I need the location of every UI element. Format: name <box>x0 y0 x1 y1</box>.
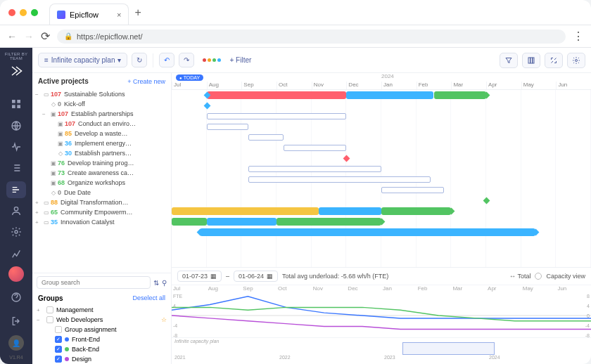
minimize-window[interactable] <box>20 9 27 16</box>
expand-toggle[interactable]: + <box>35 219 42 226</box>
star-icon[interactable]: ☆ <box>161 316 167 323</box>
expand-toggle[interactable]: − <box>42 111 49 117</box>
tree-row[interactable]: ▣85Develop a waste… <box>32 129 171 138</box>
gantt-row[interactable] <box>172 206 591 216</box>
gantt-bar[interactable] <box>381 207 451 215</box>
sort-icon[interactable]: ⇅ <box>153 279 159 287</box>
filter-groups-icon[interactable]: ⚲ <box>162 279 167 287</box>
tree-row[interactable]: ▣36Implement energy… <box>32 138 171 148</box>
nav-chart-icon[interactable] <box>6 245 26 262</box>
forward-button[interactable]: → <box>24 31 34 42</box>
gantt-bar[interactable] <box>277 218 381 226</box>
expand-toggle[interactable]: + <box>35 200 42 206</box>
gantt-bar[interactable] <box>200 228 535 236</box>
gantt-row[interactable] <box>172 100 591 111</box>
gantt-row[interactable] <box>172 216 591 227</box>
nav-user-icon[interactable] <box>6 202 26 219</box>
expand-toggle[interactable]: + <box>37 307 44 313</box>
nav-logout-icon[interactable] <box>6 311 26 331</box>
maximize-window[interactable] <box>31 9 38 16</box>
add-filter-button[interactable]: + Filter <box>229 56 251 64</box>
back-button[interactable]: ← <box>7 31 17 42</box>
milestone-diamond[interactable] <box>343 155 350 162</box>
gantt-bar[interactable] <box>284 145 346 151</box>
gantt-row[interactable] <box>172 174 591 185</box>
gantt-bar[interactable] <box>248 134 284 141</box>
tree-row[interactable]: −▣107Establish partnerships <box>32 109 171 119</box>
browser-menu[interactable]: ⋮ <box>573 30 584 43</box>
load-chart[interactable]: JulAugSepOctNovDecJanFebMarAprMayJun FTE… <box>172 285 591 364</box>
tree-row[interactable]: −▭107Sustainable Solutions <box>32 89 171 99</box>
gantt-bar[interactable] <box>172 207 319 215</box>
undo-button[interactable]: ↶ <box>159 53 174 67</box>
group-checkbox[interactable] <box>55 326 62 333</box>
gantt-row[interactable] <box>172 132 591 143</box>
redo-button[interactable]: ↷ <box>179 53 194 67</box>
capacity-radio[interactable] <box>535 273 542 280</box>
gantt-bar[interactable] <box>172 218 207 226</box>
tree-row[interactable]: +▭35Innovation Catalyst <box>32 217 171 227</box>
gantt-row[interactable] <box>172 90 591 100</box>
tree-row[interactable]: ◇0Kick-off <box>32 99 171 109</box>
gantt-bar[interactable] <box>207 124 249 130</box>
nav-settings-icon[interactable] <box>6 223 26 240</box>
app-logo[interactable] <box>9 65 23 77</box>
gantt-row[interactable] <box>172 195 591 206</box>
group-row[interactable]: Group assignment <box>32 325 171 334</box>
group-row[interactable]: ✓Design <box>32 354 171 364</box>
tree-row[interactable]: ▣76Develop training prog… <box>32 158 171 168</box>
expand-button[interactable] <box>545 53 563 68</box>
gantt-bar[interactable] <box>381 187 444 193</box>
group-row[interactable]: ✓Front-End <box>32 334 171 344</box>
gantt-bar[interactable] <box>248 176 430 183</box>
tree-row[interactable]: ▣68Organize workshops <box>32 178 171 188</box>
tree-row[interactable]: +▭65Community Empowerm… <box>32 207 171 217</box>
today-badge[interactable]: TODAY <box>176 74 203 81</box>
columns-button[interactable] <box>522 53 540 68</box>
tab-close-icon[interactable]: × <box>117 11 121 19</box>
expand-toggle[interactable]: + <box>35 209 42 216</box>
browser-tab[interactable]: Epicflow × <box>49 4 129 25</box>
gantt-row[interactable] <box>172 227 591 238</box>
create-new-button[interactable]: + Create new <box>127 78 165 85</box>
expand-toggle[interactable]: − <box>37 317 44 323</box>
date-from[interactable]: 01-07-23▦ <box>177 271 222 282</box>
org-avatar[interactable] <box>8 266 24 282</box>
group-checkbox[interactable] <box>46 316 53 323</box>
gantt-row[interactable] <box>172 122 591 132</box>
nav-help-icon[interactable] <box>6 287 26 307</box>
plan-selector[interactable]: ≡ Infinite capacity plan ▾ <box>38 53 127 67</box>
tree-row[interactable]: +▭88Digital Transformation… <box>32 197 171 207</box>
overview-brush[interactable] <box>402 342 495 355</box>
milestone-diamond[interactable] <box>203 103 210 110</box>
gantt-bar[interactable] <box>207 113 347 119</box>
expand-toggle[interactable]: − <box>35 91 42 98</box>
total-toggle[interactable]: ↔ Total <box>509 273 530 280</box>
nav-pulse-icon[interactable] <box>6 138 26 155</box>
nav-grid-icon[interactable] <box>6 96 26 112</box>
group-checkbox[interactable]: ✓ <box>55 346 62 353</box>
group-checkbox[interactable]: ✓ <box>55 356 62 363</box>
group-checkbox[interactable]: ✓ <box>55 336 62 343</box>
nav-timeline-icon[interactable] <box>6 181 26 198</box>
refresh-button[interactable]: ↻ <box>132 53 147 67</box>
group-row[interactable]: ✓Back-End <box>32 344 171 354</box>
gantt-bar[interactable] <box>319 207 381 215</box>
group-row[interactable]: +Management <box>32 305 171 315</box>
nav-globe-icon[interactable] <box>6 117 26 134</box>
tree-row[interactable]: ▣73Create awareness ca… <box>32 168 171 178</box>
tree-row[interactable]: ▣107Conduct an enviro… <box>32 119 171 129</box>
url-input[interactable]: 🔒 https://epicflow.net/ <box>57 30 566 44</box>
gantt-body[interactable] <box>172 90 591 267</box>
gantt-bar[interactable] <box>248 166 381 172</box>
group-checkbox[interactable] <box>46 306 53 313</box>
gantt-row[interactable] <box>172 185 591 195</box>
gantt-row[interactable] <box>172 153 591 164</box>
gantt-bar[interactable] <box>434 91 487 99</box>
overview-strip[interactable]: Infinite capacity plan 2021202220232024 <box>172 337 591 360</box>
group-row[interactable]: −Web Developers☆ <box>32 315 171 325</box>
filter-icon-button[interactable] <box>500 53 518 68</box>
nav-list-icon[interactable] <box>6 160 26 176</box>
gantt-bar[interactable] <box>207 91 347 99</box>
new-tab-button[interactable]: + <box>134 6 141 19</box>
